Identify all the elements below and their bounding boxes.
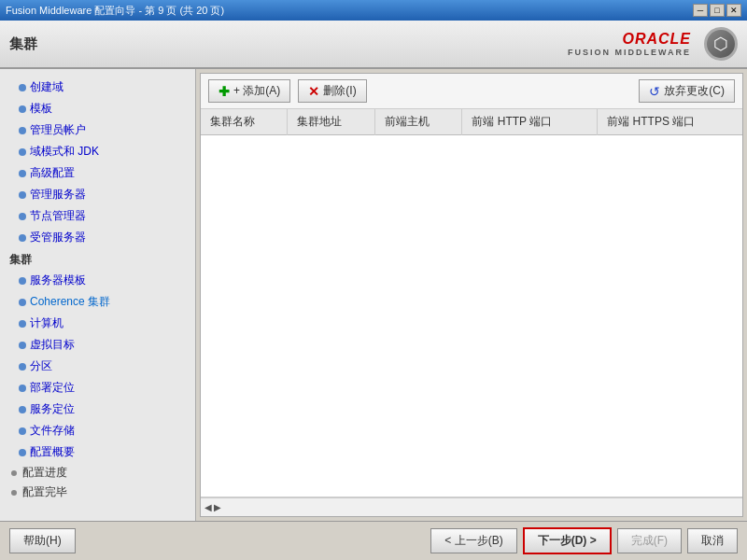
sidebar-item-domain-mode-jdk[interactable]: 域模式和 JDK bbox=[0, 141, 195, 162]
sidebar-item-virtual-target[interactable]: 虚拟目标 bbox=[0, 334, 195, 356]
sidebar-item-advanced-config[interactable]: 高级配置 bbox=[0, 162, 195, 184]
bullet-domain-mode-jdk bbox=[19, 148, 26, 156]
scroll-right-icon[interactable]: ▶ bbox=[214, 502, 221, 512]
minimize-button[interactable]: ─ bbox=[693, 4, 708, 17]
bottom-bar: 帮助(H) < 上一步(B) 下一步(D) > 完成(F) 取消 bbox=[0, 521, 747, 560]
sidebar-label-config-summary: 配置概要 bbox=[30, 444, 75, 460]
sidebar-item-node-manager[interactable]: 节点管理器 bbox=[0, 205, 195, 227]
title-bar: Fusion Middleware 配置向导 - 第 9 页 (共 20 页) … bbox=[0, 0, 747, 21]
sidebar-label-domain-mode-jdk: 域模式和 JDK bbox=[30, 144, 99, 160]
sidebar-item-file-storage[interactable]: 文件存储 bbox=[0, 420, 195, 441]
table-wrapper: 集群名称集群地址前端主机前端 HTTP 端口前端 HTTPS 端口 bbox=[201, 109, 742, 497]
sidebar-label-file-storage: 文件存储 bbox=[30, 423, 75, 439]
col-header-4: 前端 HTTPS 端口 bbox=[598, 109, 742, 135]
oracle-icon bbox=[704, 27, 738, 61]
bullet-config-summary bbox=[19, 449, 26, 456]
col-header-0: 集群名称 bbox=[201, 109, 288, 135]
oracle-brand: ORACLE FUSION MIDDLEWARE bbox=[568, 27, 738, 61]
col-header-2: 前端主机 bbox=[374, 109, 462, 135]
sidebar-item-server-template[interactable]: 服务器模板 bbox=[0, 270, 195, 291]
bullet-server-template bbox=[19, 277, 26, 285]
bullet-service-location bbox=[19, 406, 26, 413]
sidebar-item-manage-server[interactable]: 管理服务器 bbox=[0, 184, 195, 205]
sidebar-label-template: 模板 bbox=[30, 101, 52, 117]
plus-icon: ✚ bbox=[218, 84, 230, 99]
close-button[interactable]: ✕ bbox=[726, 4, 741, 17]
main-panel: ✚ + 添加(A) ✕ 删除(I) ↺ 放弃更改(C) 集群名称集群地址前端主机… bbox=[200, 73, 743, 517]
step-dot-config-complete bbox=[11, 490, 17, 496]
col-header-3: 前端 HTTP 端口 bbox=[462, 109, 598, 135]
scroll-controls: ◀ ▶ bbox=[204, 502, 221, 512]
main-window: 集群 ORACLE FUSION MIDDLEWARE 创建域模板管理员帐户域模… bbox=[0, 21, 747, 560]
bullet-machines bbox=[19, 320, 26, 328]
delete-button[interactable]: ✕ 删除(I) bbox=[298, 79, 366, 103]
bullet-admin-account bbox=[19, 127, 26, 134]
delete-icon: ✕ bbox=[308, 84, 319, 99]
title-controls: ─ □ ✕ bbox=[693, 4, 741, 17]
sidebar-item-machines[interactable]: 计算机 bbox=[0, 313, 195, 334]
bullet-partition bbox=[19, 363, 26, 371]
sidebar-label-virtual-target: 虚拟目标 bbox=[30, 337, 75, 353]
sidebar-item-deploy-location[interactable]: 部署定位 bbox=[0, 377, 195, 399]
bullet-deploy-location bbox=[19, 385, 26, 392]
sidebar-label-deploy-location: 部署定位 bbox=[30, 380, 75, 396]
discard-icon: ↺ bbox=[649, 84, 660, 99]
sidebar-label-coherence-cluster: Coherence 集群 bbox=[30, 294, 110, 310]
col-header-1: 集群地址 bbox=[288, 109, 375, 135]
scroll-left-icon[interactable]: ◀ bbox=[204, 502, 212, 512]
add-button[interactable]: ✚ + 添加(A) bbox=[208, 79, 290, 103]
bullet-template bbox=[19, 105, 26, 113]
content-area: 创建域模板管理员帐户域模式和 JDK高级配置管理服务器节点管理器受管服务器集群服… bbox=[0, 69, 747, 521]
bullet-file-storage bbox=[19, 427, 26, 435]
bullet-node-manager bbox=[19, 213, 26, 220]
discard-button[interactable]: ↺ 放弃更改(C) bbox=[639, 79, 735, 103]
sidebar-label-manage-server: 管理服务器 bbox=[30, 187, 86, 203]
header-bar: 集群 ORACLE FUSION MIDDLEWARE bbox=[0, 21, 747, 69]
sidebar-label-partition: 分区 bbox=[30, 358, 52, 374]
prev-button[interactable]: < 上一步(B) bbox=[430, 528, 516, 553]
sidebar-item-create-domain[interactable]: 创建域 bbox=[0, 77, 195, 98]
finish-button[interactable]: 完成(F) bbox=[617, 528, 682, 553]
next-button[interactable]: 下一步(D) > bbox=[523, 527, 612, 554]
sidebar-label-admin-account: 管理员帐户 bbox=[30, 122, 86, 138]
add-label: + 添加(A) bbox=[233, 83, 280, 99]
bullet-managed-server bbox=[19, 234, 26, 242]
bullet-coherence-cluster bbox=[19, 299, 26, 306]
sidebar-item-config-summary[interactable]: 配置概要 bbox=[0, 441, 195, 463]
bullet-virtual-target bbox=[19, 342, 26, 349]
sidebar-label-managed-server: 受管服务器 bbox=[30, 230, 86, 245]
sidebar-label-advanced-config: 高级配置 bbox=[30, 165, 75, 181]
toolbar: ✚ + 添加(A) ✕ 删除(I) ↺ 放弃更改(C) bbox=[201, 74, 742, 109]
sidebar-label-service-location: 服务定位 bbox=[30, 401, 75, 417]
sidebar-item-config-progress: 配置进度 bbox=[0, 463, 195, 483]
delete-label: 删除(I) bbox=[323, 83, 356, 99]
section-title: 集群 bbox=[9, 35, 37, 53]
maximize-button[interactable]: □ bbox=[710, 4, 725, 17]
sidebar-item-cluster: 集群 bbox=[0, 248, 195, 270]
sidebar-item-admin-account[interactable]: 管理员帐户 bbox=[0, 119, 195, 141]
cluster-table: 集群名称集群地址前端主机前端 HTTP 端口前端 HTTPS 端口 bbox=[201, 109, 742, 135]
bullet-create-domain bbox=[19, 84, 26, 91]
sidebar-item-config-complete: 配置完毕 bbox=[0, 483, 195, 502]
bullet-advanced-config bbox=[19, 170, 26, 177]
bullet-manage-server bbox=[19, 191, 26, 199]
cancel-button[interactable]: 取消 bbox=[687, 528, 738, 553]
sidebar-label-create-domain: 创建域 bbox=[30, 79, 63, 95]
panel-bottom: ◀ ▶ bbox=[201, 497, 742, 516]
sidebar-item-coherence-cluster[interactable]: Coherence 集群 bbox=[0, 291, 195, 313]
oracle-logo-text: ORACLE bbox=[568, 31, 691, 48]
sidebar-item-partition[interactable]: 分区 bbox=[0, 356, 195, 377]
sidebar-item-service-location[interactable]: 服务定位 bbox=[0, 399, 195, 420]
sidebar-item-template[interactable]: 模板 bbox=[0, 98, 195, 119]
sidebar-label-machines: 计算机 bbox=[30, 315, 63, 331]
sidebar-item-managed-server[interactable]: 受管服务器 bbox=[0, 227, 195, 248]
oracle-sub-text: FUSION MIDDLEWARE bbox=[568, 48, 691, 57]
sidebar-label-server-template: 服务器模板 bbox=[30, 273, 86, 288]
sidebar: 创建域模板管理员帐户域模式和 JDK高级配置管理服务器节点管理器受管服务器集群服… bbox=[0, 69, 196, 521]
sidebar-label-node-manager: 节点管理器 bbox=[30, 208, 86, 224]
discard-label: 放弃更改(C) bbox=[664, 83, 725, 99]
help-button[interactable]: 帮助(H) bbox=[9, 528, 76, 553]
title-text: Fusion Middleware 配置向导 - 第 9 页 (共 20 页) bbox=[6, 4, 693, 18]
step-dot-config-progress bbox=[11, 470, 17, 476]
